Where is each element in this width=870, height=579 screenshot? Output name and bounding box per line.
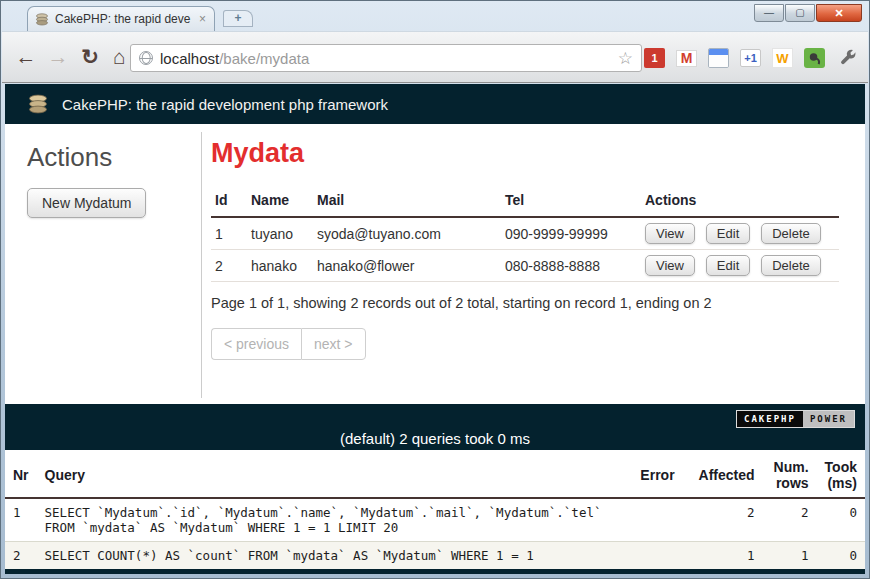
main-panel: Mydata Id Name Mail Tel Actions 1 [211, 138, 835, 360]
sql-took: 0 [817, 498, 865, 542]
col-header-actions: Actions [641, 186, 839, 217]
sql-col-affected: Affected [683, 450, 763, 498]
address-bar[interactable]: localhost/bake/mydata ☆ [130, 44, 642, 72]
debug-header-bar: CAKEPHP POWER (default) 2 queries took 0… [5, 404, 865, 450]
actions-sidebar: Actions New Mydatum [27, 142, 192, 218]
sql-col-numrows: Num. rows [763, 450, 817, 498]
col-header-tel: Tel [501, 186, 641, 217]
sql-nr: 1 [5, 498, 37, 542]
table-row: 1 tuyano syoda@tuyano.com 090-9999-99999… [211, 217, 839, 250]
tab-close-icon[interactable]: × [197, 12, 208, 26]
sidebar-title: Actions [27, 142, 192, 173]
cakephp-logo-icon [27, 94, 49, 114]
cakephp-favicon-icon [35, 13, 49, 26]
sql-debug-panel: CAKEPHP POWER (default) 2 queries took 0… [5, 404, 865, 574]
cell-id: 2 [211, 250, 247, 282]
browser-window: CakePHP: the rapid deve × + — ▢ ✕ ← → ↻ … [0, 0, 870, 579]
extension-row: 1 M +1 W [644, 47, 858, 69]
url-path: /bake/mydata [219, 50, 309, 67]
adblock-counter-icon[interactable]: 1 [644, 48, 665, 68]
cakephp-power-badge: CAKEPHP POWER [736, 410, 855, 428]
globe-icon [139, 51, 153, 65]
delete-button[interactable]: Delete [761, 223, 821, 244]
browser-toolbar: ← → ↻ ⌂ localhost/bake/mydata ☆ 1 M +1 W [2, 31, 868, 83]
sql-error [631, 498, 683, 542]
edit-button[interactable]: Edit [706, 255, 750, 276]
edit-button[interactable]: Edit [706, 223, 750, 244]
calendar-icon[interactable] [708, 48, 729, 68]
window-controls: — ▢ ✕ [753, 4, 862, 22]
sql-numrows: 1 [763, 542, 817, 570]
view-button[interactable]: View [645, 223, 695, 244]
sql-table-wrap: Nr Query Error Affected Num. rows Took (… [5, 450, 865, 569]
sql-col-nr: Nr [5, 450, 37, 498]
sql-header-row: Nr Query Error Affected Num. rows Took (… [5, 450, 865, 498]
badge-cakephp: CAKEPHP [737, 411, 803, 427]
cell-actions: View Edit Delete [641, 250, 839, 282]
sql-row: 2 SELECT COUNT(*) AS `count` FROM `mydat… [5, 542, 865, 570]
plus-one-icon[interactable]: +1 [740, 49, 761, 67]
cell-mail: hanako@flower [313, 250, 501, 282]
site-brand-text: CakePHP: the rapid development php frame… [62, 96, 388, 113]
home-icon[interactable]: ⌂ [105, 41, 133, 73]
cell-tel: 080-8888-8888 [501, 250, 641, 282]
page-title: Mydata [211, 138, 835, 169]
cell-tel: 090-9999-99999 [501, 217, 641, 250]
gmail-icon[interactable]: M [676, 50, 697, 67]
sql-row: 1 SELECT `Mydatum`.`id`, `Mydatum`.`name… [5, 498, 865, 542]
sql-error [631, 542, 683, 570]
evernote-icon[interactable] [804, 48, 825, 68]
sql-numrows: 2 [763, 498, 817, 542]
back-icon[interactable]: ← [12, 41, 40, 73]
sql-took: 0 [817, 542, 865, 570]
sql-col-query: Query [37, 450, 631, 498]
site-header: CakePHP: the rapid development php frame… [5, 84, 865, 124]
table-header-row: Id Name Mail Tel Actions [211, 186, 839, 217]
pagination-summary: Page 1 of 1, showing 2 records out of 2 … [211, 295, 835, 311]
sql-query: SELECT `Mydatum`.`id`, `Mydatum`.`name`,… [37, 498, 631, 542]
browser-tab[interactable]: CakePHP: the rapid deve × [27, 6, 215, 31]
new-mydatum-button[interactable]: New Mydatum [27, 188, 146, 218]
new-tab-button[interactable]: + [223, 10, 253, 27]
url-text: localhost/bake/mydata [160, 50, 611, 67]
delete-button[interactable]: Delete [761, 255, 821, 276]
badge-power: POWER [803, 411, 854, 427]
sql-col-error: Error [631, 450, 683, 498]
url-host: localhost [160, 50, 219, 67]
debug-footer-bar [5, 569, 865, 574]
col-header-mail: Mail [313, 186, 501, 217]
sql-affected: 2 [683, 498, 763, 542]
table-row: 2 hanako hanako@flower 080-8888-8888 Vie… [211, 250, 839, 282]
view-button[interactable]: View [645, 255, 695, 276]
pagination-controls: < previous next > [211, 328, 366, 360]
page-viewport: CakePHP: the rapid development php frame… [5, 84, 865, 574]
minimize-button[interactable]: — [754, 4, 784, 22]
sidebar-divider [201, 132, 202, 398]
titlebar: CakePHP: the rapid deve × + — ▢ ✕ [1, 1, 869, 31]
col-header-name: Name [247, 186, 313, 217]
cell-name: tuyano [247, 217, 313, 250]
calendar-icon-body [709, 55, 728, 67]
col-header-id: Id [211, 186, 247, 217]
sql-affected: 1 [683, 542, 763, 570]
sql-query: SELECT COUNT(*) AS `count` FROM `mydata`… [37, 542, 631, 570]
next-button[interactable]: next > [301, 328, 366, 360]
query-summary: (default) 2 queries took 0 ms [5, 430, 865, 447]
close-button[interactable]: ✕ [816, 4, 862, 22]
content-area: Actions New Mydatum Mydata Id Name Mail … [5, 124, 865, 404]
sql-nr: 2 [5, 542, 37, 570]
bookmark-star-icon[interactable]: ☆ [618, 48, 633, 69]
reload-icon[interactable]: ↻ [76, 41, 104, 73]
tab-title: CakePHP: the rapid deve [55, 12, 191, 26]
mydata-table: Id Name Mail Tel Actions 1 tuyano syoda@… [211, 186, 839, 282]
cell-name: hanako [247, 250, 313, 282]
wrench-menu-icon[interactable] [836, 47, 858, 69]
w-extension-icon[interactable]: W [772, 48, 793, 68]
cell-actions: View Edit Delete [641, 217, 839, 250]
previous-button[interactable]: < previous [211, 328, 301, 360]
maximize-button[interactable]: ▢ [785, 4, 815, 22]
forward-icon[interactable]: → [44, 41, 72, 73]
sql-log-table: Nr Query Error Affected Num. rows Took (… [5, 450, 865, 569]
sql-col-took: Took (ms) [817, 450, 865, 498]
cell-id: 1 [211, 217, 247, 250]
